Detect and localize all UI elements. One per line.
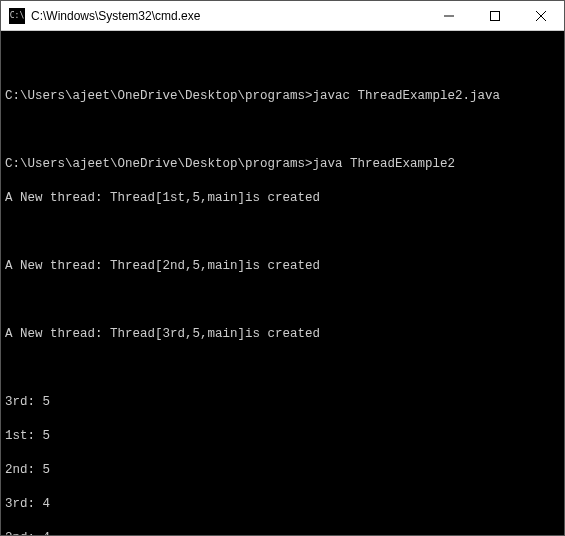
- window-title: C:\Windows\System32\cmd.exe: [31, 9, 426, 23]
- blank-line: [5, 360, 560, 377]
- output-line: 2nd: 4: [5, 530, 560, 535]
- titlebar[interactable]: C:\ C:\Windows\System32\cmd.exe: [1, 1, 564, 31]
- command-line: C:\Users\ajeet\OneDrive\Desktop\programs…: [5, 156, 560, 173]
- cmd-icon: C:\: [9, 8, 25, 24]
- close-button[interactable]: [518, 1, 564, 30]
- output-line: A New thread: Thread[2nd,5,main]is creat…: [5, 258, 560, 275]
- terminal-output[interactable]: C:\Users\ajeet\OneDrive\Desktop\programs…: [1, 31, 564, 535]
- blank-line: [5, 122, 560, 139]
- window-controls: [426, 1, 564, 30]
- minimize-button[interactable]: [426, 1, 472, 30]
- output-line: 1st: 5: [5, 428, 560, 445]
- maximize-button[interactable]: [472, 1, 518, 30]
- blank-line: [5, 224, 560, 241]
- cmd-window: C:\ C:\Windows\System32\cmd.exe C:\Users…: [0, 0, 565, 536]
- output-line: 3rd: 5: [5, 394, 560, 411]
- output-line: 2nd: 5: [5, 462, 560, 479]
- svg-rect-1: [491, 11, 500, 20]
- blank-line: [5, 54, 560, 71]
- blank-line: [5, 292, 560, 309]
- output-line: A New thread: Thread[3rd,5,main]is creat…: [5, 326, 560, 343]
- command-line: C:\Users\ajeet\OneDrive\Desktop\programs…: [5, 88, 560, 105]
- output-line: 3rd: 4: [5, 496, 560, 513]
- output-line: A New thread: Thread[1st,5,main]is creat…: [5, 190, 560, 207]
